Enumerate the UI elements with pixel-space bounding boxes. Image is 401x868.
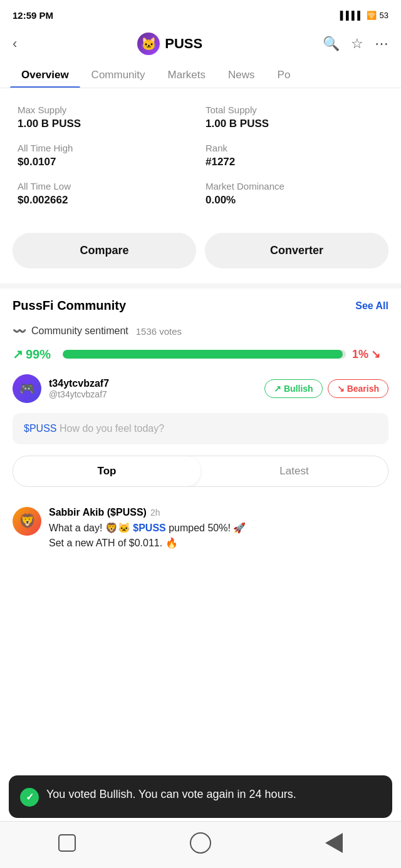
post-tab-top[interactable]: Top [13, 456, 200, 486]
stat-value-total-supply: 1.00 B PUSS [206, 118, 383, 130]
coin-avatar: 🐱 [137, 33, 160, 55]
stat-max-supply: Max Supply 1.00 B PUSS [13, 98, 200, 136]
bottom-nav [0, 821, 401, 868]
tab-news[interactable]: News [217, 63, 266, 88]
sentiment-label: Community sentiment [31, 325, 128, 337]
see-all-button[interactable]: See All [355, 300, 388, 312]
section-divider [0, 283, 401, 288]
bear-btn-arrow: ↘ [337, 384, 345, 394]
bearish-percentage: 1% ↘ [352, 347, 388, 361]
stat-atl: All Time Low $0.002662 [13, 175, 200, 213]
toast-notification: ✓ You voted Bullish. You can vote again … [9, 775, 392, 818]
stat-label-total-supply: Total Supply [206, 105, 383, 115]
post-tab-latest[interactable]: Latest [200, 456, 388, 486]
stat-label-rank: Rank [206, 143, 383, 153]
stat-value-atl: $0.002662 [18, 194, 195, 207]
input-highlight: $PUSS [24, 423, 56, 434]
page-header: ‹ 🐱 PUSS 🔍 ☆ ⋯ [0, 28, 401, 63]
tab-bar: Overview Community Markets News Po [0, 63, 401, 88]
post-header: Sabbir Akib ($PUSS) 2h [49, 507, 388, 518]
circle-icon [190, 832, 211, 854]
stat-value-rank: #1272 [206, 156, 383, 168]
bull-btn-arrow: ↗ [274, 384, 281, 394]
post-text: What a day! 🦁🐱 $PUSS pumped 50%! 🚀 Set a… [49, 521, 388, 551]
tab-community[interactable]: Community [80, 63, 157, 88]
user-info: t34ytcvbzaf7 @t34ytcvbzaf7 [49, 378, 257, 399]
nav-back-button[interactable] [320, 829, 348, 857]
stats-grid: Max Supply 1.00 B PUSS Total Supply 1.00… [0, 88, 401, 223]
bear-down-arrow: ↘ [371, 347, 380, 361]
sentiment-progress-bar [63, 350, 346, 359]
status-bar: 12:59 PM ▌▌▌▌ 🛜 53 [0, 0, 401, 28]
post-tabs: Top Latest [13, 456, 388, 487]
tab-po[interactable]: Po [266, 63, 302, 88]
nav-home-button[interactable] [187, 829, 214, 857]
progress-row: ↗ 99% 1% ↘ [13, 347, 388, 362]
post-highlight: $PUSS [133, 523, 165, 533]
triangle-icon [325, 833, 343, 853]
post-avatar: 🦁 [13, 507, 41, 536]
bullish-percentage: ↗ 99% [13, 347, 56, 362]
square-icon [58, 834, 76, 852]
user-input-row: 🎮 t34ytcvbzaf7 @t34ytcvbzaf7 ↗ Bullish ↘… [13, 374, 388, 403]
toast-text: You voted Bullish. You can vote again in… [46, 787, 296, 802]
battery-icon: 53 [380, 11, 388, 20]
signal-icon: ▌▌▌▌ [340, 11, 363, 20]
stat-value-max-supply: 1.00 B PUSS [18, 118, 195, 130]
stat-rank: Rank #1272 [200, 136, 388, 175]
input-placeholder-rest: How do you feel today? [60, 423, 164, 434]
community-title: PussFi Community [13, 299, 126, 313]
username: t34ytcvbzaf7 [49, 378, 257, 389]
sentiment-icon: 〰️ [13, 324, 26, 338]
post-time: 2h [150, 508, 160, 518]
nav-square-button[interactable] [53, 829, 81, 857]
post-username: Sabbir Akib ($PUSS) [49, 507, 147, 518]
post-input-box[interactable]: $PUSS How do you feel today? [13, 413, 388, 444]
community-header: PussFi Community See All [13, 299, 388, 313]
tab-markets[interactable]: Markets [157, 63, 217, 88]
status-icons: ▌▌▌▌ 🛜 53 [340, 11, 388, 20]
stat-dominance: Market Dominance 0.00% [200, 175, 388, 213]
sentiment-buttons: ↗ Bullish ↘ Bearish [264, 379, 388, 398]
bullish-fill [63, 350, 343, 359]
user-handle: @t34ytcvbzaf7 [49, 389, 257, 399]
post-item: 🦁 Sabbir Akib ($PUSS) 2h What a day! 🦁🐱 … [0, 498, 401, 559]
wifi-icon: 🛜 [367, 11, 377, 20]
status-time: 12:59 PM [13, 10, 53, 21]
bearish-button[interactable]: ↘ Bearish [328, 379, 388, 398]
post-content: Sabbir Akib ($PUSS) 2h What a day! 🦁🐱 $P… [49, 507, 388, 551]
converter-button[interactable]: Converter [205, 233, 388, 268]
user-avatar: 🎮 [13, 374, 41, 403]
toast-check-icon: ✓ [20, 788, 39, 807]
share-icon[interactable]: ⋯ [375, 36, 388, 52]
header-actions: 🔍 ☆ ⋯ [323, 36, 388, 52]
tab-overview[interactable]: Overview [10, 63, 80, 88]
coin-name: PUSS [165, 36, 202, 52]
back-button[interactable]: ‹ [13, 36, 17, 52]
stat-label-max-supply: Max Supply [18, 105, 195, 115]
stat-value-dominance: 0.00% [206, 194, 383, 207]
votes-count: 1536 votes [136, 326, 182, 337]
bull-up-arrow: ↗ [13, 347, 23, 362]
stat-ath: All Time High $0.0107 [13, 136, 200, 175]
action-buttons: Compare Converter [0, 223, 401, 283]
stat-label-dominance: Market Dominance [206, 181, 383, 191]
search-icon[interactable]: 🔍 [323, 36, 340, 52]
compare-button[interactable]: Compare [13, 233, 196, 268]
star-icon[interactable]: ☆ [351, 36, 363, 52]
community-section: PussFi Community See All 〰️ Community se… [0, 288, 401, 487]
stat-label-atl: All Time Low [18, 181, 195, 191]
bullish-button[interactable]: ↗ Bullish [264, 379, 323, 398]
coin-title: 🐱 PUSS [137, 33, 202, 55]
stat-value-ath: $0.0107 [18, 156, 195, 168]
stat-label-ath: All Time High [18, 143, 195, 153]
stat-total-supply: Total Supply 1.00 B PUSS [200, 98, 388, 136]
sentiment-row: 〰️ Community sentiment 1536 votes [13, 324, 388, 338]
